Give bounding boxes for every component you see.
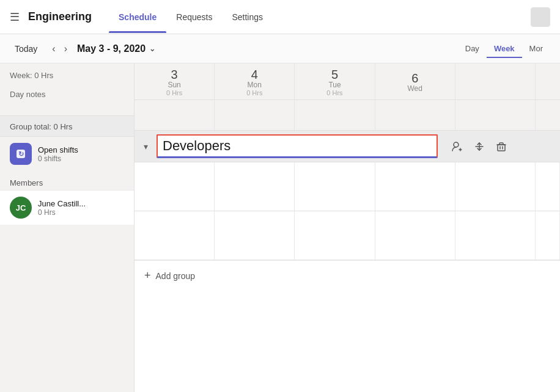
date-range-chevron-icon: ⌄ xyxy=(149,45,155,53)
day-name-sun: Sun xyxy=(168,81,180,89)
view-switcher: Day Week Mor xyxy=(458,40,550,57)
members-label: Members xyxy=(0,171,134,190)
open-shift-cell-5 xyxy=(536,162,560,211)
open-shift-cell-3 xyxy=(375,162,455,211)
open-shifts-row: ↻ Open shifts 0 shifts xyxy=(0,137,134,171)
member-name-jc: June Castill... xyxy=(38,199,86,208)
svg-point-2 xyxy=(454,142,459,147)
open-shift-cell-2 xyxy=(295,162,375,211)
cal-day-tue: 5 Tue 0 Hrs xyxy=(295,64,375,101)
date-range[interactable]: May 3 - 9, 2020 ⌄ xyxy=(77,43,155,54)
nav-tabs: Schedule Requests Settings xyxy=(109,1,531,33)
day-notes-cell-wed xyxy=(375,100,455,130)
add-group-icon: + xyxy=(144,269,151,282)
toolbar: Today ‹ › May 3 - 9, 2020 ⌄ Day Week Mor xyxy=(0,34,560,64)
week-info: Week: 0 Hrs xyxy=(0,64,134,85)
group-total: Group total: 0 Hrs xyxy=(0,115,134,137)
member-cell-jc-4 xyxy=(455,211,536,260)
member-cell-jc-1 xyxy=(215,211,295,260)
open-shift-cell-0 xyxy=(134,162,215,211)
user-avatar[interactable] xyxy=(531,7,550,27)
member-hours-jc: 0 Hrs xyxy=(38,208,86,217)
view-month-button[interactable]: Mor xyxy=(522,40,550,57)
add-group-button[interactable]: + Add group xyxy=(134,260,560,291)
day-hrs-sun: 0 Hrs xyxy=(166,89,182,96)
svg-text:↻: ↻ xyxy=(18,150,24,158)
group-actions xyxy=(443,137,516,156)
sidebar: Week: 0 Hrs Day notes Group total: 0 Hrs… xyxy=(0,64,134,392)
date-nav: ‹ › xyxy=(48,41,71,57)
day-num-mon: 4 xyxy=(251,68,258,81)
open-shift-cell-1 xyxy=(215,162,295,211)
group-collapse-button[interactable]: ▾ xyxy=(134,142,157,151)
move-button[interactable] xyxy=(470,137,489,156)
day-notes-cell-tue xyxy=(295,100,375,130)
top-right xyxy=(531,7,550,27)
cal-day-extra xyxy=(455,64,536,101)
day-num-wed: 6 xyxy=(411,72,418,84)
calendar-body: ▾ xyxy=(134,131,560,392)
day-num-tue: 5 xyxy=(331,68,338,81)
day-num-sun: 3 xyxy=(171,68,178,81)
group-name-input[interactable] xyxy=(157,134,438,158)
member-cell-jc-3 xyxy=(375,211,455,260)
today-button[interactable]: Today xyxy=(10,42,42,56)
day-notes-cell-mon xyxy=(215,100,295,130)
add-person-button[interactable] xyxy=(448,137,467,156)
day-notes-area xyxy=(134,100,560,131)
day-notes-label: Day notes xyxy=(0,85,134,115)
cal-day-mon: 4 Mon 0 Hrs xyxy=(215,64,295,101)
day-notes-cell-sun xyxy=(134,100,215,130)
member-row-jc: JC June Castill... 0 Hrs xyxy=(0,190,134,225)
day-name-mon: Mon xyxy=(248,81,262,89)
member-info-jc: June Castill... 0 Hrs xyxy=(38,199,86,217)
open-shifts-cells xyxy=(134,162,560,211)
view-week-button[interactable]: Week xyxy=(487,40,522,57)
prev-arrow[interactable]: ‹ xyxy=(48,41,59,57)
day-hrs-mon: 0 Hrs xyxy=(246,89,262,96)
day-hrs-tue: 0 Hrs xyxy=(326,89,342,96)
view-day-button[interactable]: Day xyxy=(458,40,487,57)
group-row-developers: ▾ xyxy=(134,131,560,162)
collapse-icon: ▾ xyxy=(144,142,148,151)
day-notes-scrollbar xyxy=(536,100,560,130)
member-cell-jc-2 xyxy=(295,211,375,260)
member-row-grid-jc xyxy=(134,211,560,260)
add-group-label: Add group xyxy=(156,271,196,281)
member-cell-jc-5 xyxy=(536,211,560,260)
tab-settings[interactable]: Settings xyxy=(222,1,273,33)
open-shifts-avatar: ↻ xyxy=(10,143,32,165)
svg-rect-3 xyxy=(498,145,505,151)
open-shifts-name: Open shifts xyxy=(38,145,78,154)
day-name-wed: Wed xyxy=(407,84,422,93)
cal-day-sun: 3 Sun 0 Hrs xyxy=(134,64,215,101)
tab-schedule[interactable]: Schedule xyxy=(109,1,166,33)
delete-group-button[interactable] xyxy=(492,137,511,156)
open-shifts-count: 0 shifts xyxy=(38,154,78,163)
calendar-header: 3 Sun 0 Hrs 4 Mon 0 Hrs 5 Tue 0 Hrs 6 We… xyxy=(134,64,560,100)
open-shifts-info: Open shifts 0 shifts xyxy=(38,145,78,163)
cal-header-scrollbar xyxy=(536,64,560,101)
next-arrow[interactable]: › xyxy=(61,41,71,57)
tab-requests[interactable]: Requests xyxy=(166,1,222,33)
hamburger-icon[interactable]: ☰ xyxy=(10,10,20,24)
day-name-tue: Tue xyxy=(328,81,341,89)
calendar-area: 3 Sun 0 Hrs 4 Mon 0 Hrs 5 Tue 0 Hrs 6 We… xyxy=(134,64,560,392)
day-notes-cell-extra xyxy=(455,100,536,130)
cal-day-wed: 6 Wed xyxy=(375,64,455,101)
top-bar: ☰ Engineering Schedule Requests Settings xyxy=(0,0,560,34)
open-shift-cell-4 xyxy=(455,162,536,211)
member-avatar-jc: JC xyxy=(10,197,32,219)
member-cell-jc-0 xyxy=(134,211,215,260)
main-content: Week: 0 Hrs Day notes Group total: 0 Hrs… xyxy=(0,64,560,392)
app-title: Engineering xyxy=(28,10,92,23)
